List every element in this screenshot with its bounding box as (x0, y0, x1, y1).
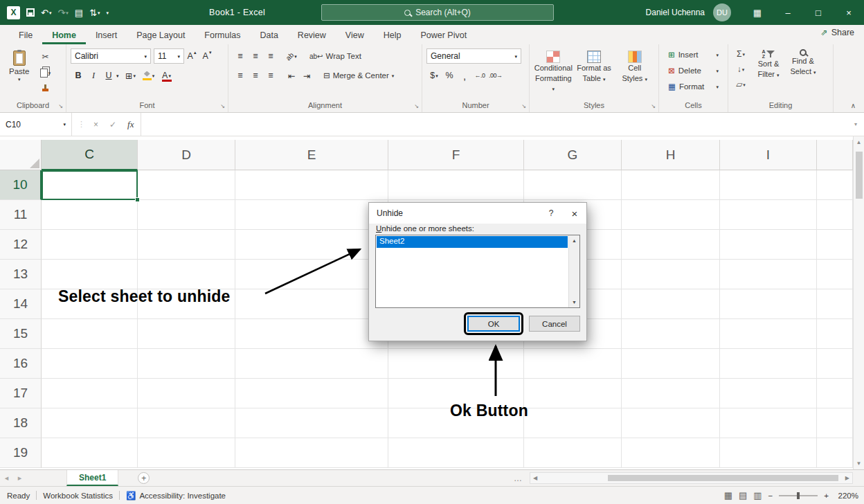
formula-input[interactable] (141, 113, 847, 136)
number-format-select[interactable]: General▾ (426, 48, 521, 64)
cell[interactable] (622, 289, 720, 319)
cell[interactable] (235, 438, 388, 468)
sort-filter-button[interactable]: AZ Sort & Filter ▾ (751, 47, 786, 80)
cell[interactable] (138, 438, 235, 468)
share-button[interactable]: ⇗ Share (821, 28, 854, 37)
cell[interactable] (720, 200, 817, 230)
cell[interactable] (622, 349, 720, 379)
row-header-10[interactable]: 10 (0, 170, 42, 200)
cell-styles-button[interactable]: Cell Styles ▾ (615, 48, 654, 84)
autosum-button[interactable]: Σ▾ (732, 47, 749, 61)
tab-formulas[interactable]: Formulas (195, 25, 250, 44)
cell[interactable] (235, 319, 388, 349)
workbook-statistics-button[interactable]: Workbook Statistics (43, 492, 113, 500)
cell[interactable] (235, 200, 388, 230)
new-sheet-button[interactable]: + (138, 472, 150, 484)
column-header-g[interactable]: G (524, 140, 622, 170)
fill-handle[interactable] (135, 197, 140, 202)
tab-file[interactable]: File (9, 25, 42, 44)
insert-cells-button[interactable]: ⊞Insert▾ (663, 47, 723, 62)
tab-data[interactable]: Data (250, 25, 287, 44)
row-header-15[interactable]: 15 (0, 319, 42, 349)
scroll-left-icon[interactable]: ◀ (533, 475, 537, 481)
cell[interactable] (817, 349, 853, 379)
cell[interactable] (138, 379, 235, 408)
clear-button[interactable]: ▱▾ (732, 78, 749, 91)
italic-button[interactable]: I (86, 68, 101, 83)
find-select-button[interactable]: Find & Select ▾ (786, 47, 820, 77)
listbox-scrollbar[interactable]: ▲ ▼ (568, 235, 579, 307)
decrease-indent-button[interactable]: ⇤ (284, 68, 299, 83)
delete-cells-button[interactable]: ⊠Delete▾ (663, 63, 723, 78)
font-family-select[interactable]: Calibri▾ (71, 48, 151, 64)
cell[interactable] (138, 408, 235, 438)
row-header-14[interactable]: 14 (0, 289, 42, 319)
formula-bar-expand-icon[interactable]: ▾ (847, 121, 864, 127)
font-size-select[interactable]: 11▾ (154, 48, 184, 64)
customize-toolbar-button[interactable]: ▾ (107, 10, 109, 15)
cell[interactable] (720, 289, 817, 319)
horizontal-scrollbar-thumb[interactable] (608, 475, 838, 481)
cell[interactable] (42, 260, 138, 289)
zoom-level[interactable]: 220% (835, 492, 858, 500)
cell[interactable] (817, 408, 853, 438)
undo-button[interactable]: ↶▾ (41, 8, 51, 18)
clipboard-dialog-launcher[interactable]: ↘ (58, 103, 63, 109)
cell[interactable] (817, 379, 853, 408)
scroll-down-icon[interactable]: ▼ (569, 300, 579, 305)
name-box[interactable]: C10 ▾ (0, 113, 72, 136)
row-header-17[interactable]: 17 (0, 379, 42, 408)
underline-button[interactable]: U (101, 68, 116, 83)
decrease-decimal-button[interactable]: .00→ (487, 68, 504, 83)
qat-table-button[interactable]: ▤ (75, 8, 83, 18)
cell[interactable] (235, 170, 388, 200)
cell[interactable] (622, 319, 720, 349)
format-cells-button[interactable]: ▦Format▾ (663, 79, 723, 94)
select-all-corner[interactable] (0, 140, 42, 170)
cell[interactable] (817, 289, 853, 319)
vertical-scrollbar[interactable]: ▲ ▼ (853, 136, 864, 469)
cell[interactable] (524, 349, 622, 379)
styles-dialog-launcher[interactable]: ↘ (651, 103, 656, 109)
alignment-dialog-launcher[interactable]: ↘ (414, 103, 419, 109)
scroll-down-icon[interactable]: ▼ (854, 460, 864, 467)
cell[interactable] (388, 170, 524, 200)
vertical-scrollbar-thumb[interactable] (856, 152, 863, 199)
cell[interactable] (235, 379, 388, 408)
cell[interactable] (622, 200, 720, 230)
cell[interactable] (817, 230, 853, 260)
minimize-button[interactable]: – (773, 0, 803, 25)
zoom-slider-thumb[interactable] (797, 492, 800, 499)
cell[interactable] (817, 200, 853, 230)
scroll-up-icon[interactable]: ▲ (569, 238, 579, 243)
sheet-scroll-handle[interactable]: … (514, 474, 522, 483)
ok-button[interactable]: OK (467, 316, 520, 332)
align-middle-button[interactable]: ≡ (248, 48, 263, 64)
cell[interactable] (138, 230, 235, 260)
cell[interactable] (42, 438, 138, 468)
fill-button[interactable]: ↓▾ (732, 62, 749, 76)
zoom-slider[interactable] (779, 495, 818, 496)
formula-bar-handle[interactable]: ⋮ (72, 120, 91, 129)
tab-review[interactable]: Review (288, 25, 336, 44)
cell[interactable] (720, 319, 817, 349)
cut-button[interactable]: ✂ (37, 50, 53, 64)
conditional-formatting-button[interactable]: Conditional Formatting ▾ (534, 48, 573, 93)
dialog-help-button[interactable]: ? (539, 203, 563, 224)
qat-sort-button[interactable]: ⇅▾ (89, 8, 100, 18)
scroll-up-icon[interactable]: ▲ (854, 139, 864, 145)
cell[interactable] (817, 170, 853, 200)
cell[interactable] (388, 349, 524, 379)
paste-button[interactable]: Paste ▾ (4, 48, 34, 84)
column-header-f[interactable]: F (388, 140, 524, 170)
column-header-e[interactable]: E (235, 140, 388, 170)
cell[interactable] (817, 319, 853, 349)
accessibility-status-button[interactable]: ♿ Accessibility: Investigate (126, 491, 226, 501)
cell[interactable] (524, 438, 622, 468)
scroll-right-icon[interactable]: ▶ (845, 475, 849, 481)
tab-insert[interactable]: Insert (86, 25, 127, 44)
tab-home[interactable]: Home (42, 25, 86, 44)
cell[interactable] (235, 289, 388, 319)
cell[interactable] (720, 230, 817, 260)
row-header-12[interactable]: 12 (0, 230, 42, 260)
